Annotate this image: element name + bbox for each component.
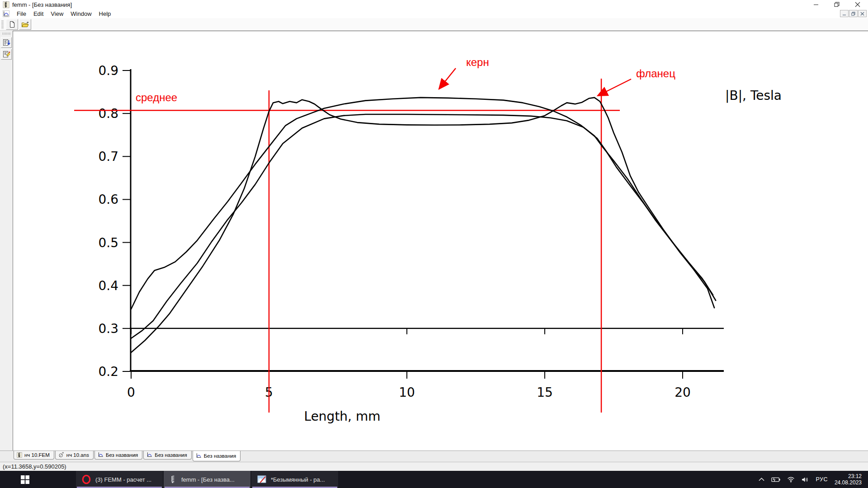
wifi-icon[interactable]: [787, 477, 795, 483]
menu-file[interactable]: File: [13, 9, 30, 18]
status-bar: (x=11.3658,y=0.590205): [0, 462, 868, 471]
menu-help[interactable]: Help: [95, 9, 115, 18]
windows-logo-icon: [21, 475, 29, 484]
new-document-icon: [9, 21, 16, 28]
child-close-button[interactable]: [858, 10, 867, 17]
system-tray: РУС 23:12 24.08.2023: [759, 471, 868, 488]
plot-values-icon: [3, 39, 10, 47]
plot-doc-icon: [196, 453, 202, 459]
taskbar-app-femm[interactable]: femm - [Без назва...: [164, 471, 250, 488]
plot-doc-icon: [146, 452, 152, 458]
main-toolbar: [0, 18, 868, 31]
tab-plot-3-active[interactable]: Без названия: [193, 451, 241, 461]
tab-label: Без названия: [155, 452, 187, 458]
taskbar-clock[interactable]: 23:12 24.08.2023: [835, 473, 862, 486]
taskbar-app-opera[interactable]: (3) FEMM - расчет ...: [76, 471, 163, 488]
cursor-coordinates: (x=11.3658,y=0.590205): [3, 463, 66, 470]
clock-time: 23:12: [848, 473, 862, 479]
menu-view[interactable]: View: [47, 9, 67, 18]
taskbar-app-paint[interactable]: *Безымянный - ра...: [251, 471, 338, 488]
plot-edit-button[interactable]: [1, 49, 12, 60]
new-document-button[interactable]: [6, 19, 18, 30]
toolbar-grip: [1, 20, 4, 29]
taskbar-app-label: *Безымянный - ра...: [271, 476, 325, 483]
title-bar: femm - [Без названия]: [0, 0, 868, 9]
close-button[interactable]: [847, 0, 868, 9]
taskbar-spacer: [50, 471, 76, 488]
tab-label: Без названия: [106, 452, 138, 458]
opera-icon: [81, 474, 91, 484]
workspace: [0, 31, 868, 450]
tab-plot-1[interactable]: Без названия: [94, 451, 142, 460]
tab-fem-file[interactable]: нч 10.FEM: [14, 451, 54, 460]
tab-label: Без названия: [204, 453, 236, 459]
plot-doc-icon: [3, 10, 9, 17]
tab-plot-2[interactable]: Без названия: [143, 451, 191, 460]
minimize-button[interactable]: [806, 0, 826, 9]
tab-label: нч 10.FEM: [24, 452, 50, 458]
plot-doc-icon: [98, 452, 104, 458]
window-title: femm - [Без названия]: [12, 1, 72, 8]
tab-label: нч 10.ans: [66, 452, 89, 458]
plot-side-toolbar: [0, 31, 13, 450]
document-tab-bar: нч 10.FEM нч 10.ans Без названия Без наз…: [0, 450, 868, 462]
clock-date: 24.08.2023: [835, 479, 862, 486]
paint-icon: [257, 475, 267, 484]
taskbar-app-label: femm - [Без назва...: [181, 476, 235, 483]
start-button[interactable]: [0, 471, 50, 488]
volume-icon[interactable]: [802, 477, 809, 483]
plot-canvas[interactable]: [13, 31, 868, 450]
tab-ans-file[interactable]: нч 10.ans: [55, 451, 94, 460]
battery-icon[interactable]: [771, 477, 780, 482]
open-folder-icon: [21, 21, 29, 28]
child-restore-button[interactable]: [849, 10, 858, 17]
taskbar-app-label: (3) FEMM - расчет ...: [95, 476, 151, 483]
femm-coil-icon: [3, 1, 9, 8]
menu-window[interactable]: Window: [67, 9, 95, 18]
femm-coil-icon: [169, 475, 177, 484]
window-controls: [806, 0, 868, 9]
side-toolbar-grip: [2, 33, 11, 35]
mdi-child-controls: [840, 10, 867, 17]
open-file-button[interactable]: [19, 19, 31, 30]
plot-values-button[interactable]: [1, 37, 12, 48]
femm-doc-icon: [17, 452, 22, 458]
windows-taskbar: (3) FEMM - расчет ... femm - [Без назва.…: [0, 471, 868, 488]
ans-doc-icon: [58, 452, 64, 458]
restore-button[interactable]: [826, 0, 847, 9]
menu-edit[interactable]: Edit: [30, 9, 47, 18]
keyboard-language[interactable]: РУС: [816, 476, 828, 483]
menu-bar: File Edit View Window Help: [0, 9, 868, 18]
femm-application-window: femm - [Без названия] File Edit View Win…: [0, 0, 868, 488]
tray-chevron-icon[interactable]: [759, 478, 764, 481]
child-minimize-button[interactable]: [840, 10, 849, 17]
plot-edit-icon: [3, 51, 10, 58]
